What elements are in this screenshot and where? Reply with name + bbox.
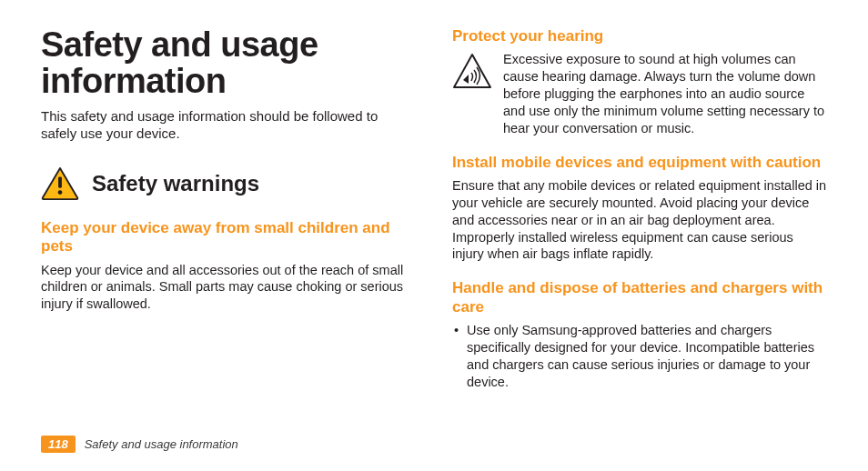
hearing-row: Excessive exposure to sound at high volu… (452, 51, 827, 136)
svg-rect-0 (58, 176, 62, 187)
subheading-batteries: Handle and dispose of batteries and char… (452, 279, 827, 316)
svg-point-1 (58, 190, 63, 195)
list-item: Use only Samsung-approved batteries and … (454, 322, 827, 390)
subheading-children-pets: Keep your device away from small childre… (41, 219, 416, 256)
block-children-pets: Keep your device away from small childre… (41, 219, 416, 313)
block-hearing: Protect your hearing Excessive exposure … (452, 27, 827, 137)
subheading-hearing: Protect your hearing (452, 27, 827, 45)
page-number-badge: 118 (41, 436, 76, 453)
section-heading-row: Safety warnings (41, 166, 416, 201)
warning-triangle-icon (41, 166, 79, 201)
footer-section-name: Safety and usage information (85, 437, 238, 451)
page-columns: Safety and usage information This safety… (41, 27, 827, 423)
right-column: Protect your hearing Excessive exposure … (452, 27, 827, 423)
left-column: Safety and usage information This safety… (41, 27, 416, 423)
block-install-caution: Install mobile devices and equipment wit… (452, 154, 827, 264)
page-footer: 118 Safety and usage information (41, 436, 238, 453)
block-batteries: Handle and dispose of batteries and char… (452, 279, 827, 390)
section-heading: Safety warnings (92, 171, 259, 196)
body-install: Ensure that any mobile devices or relate… (452, 177, 827, 263)
body-children-pets: Keep your device and all accessories out… (41, 262, 416, 314)
page-title: Safety and usage information (41, 27, 416, 100)
subheading-install: Install mobile devices and equipment wit… (452, 154, 827, 172)
batteries-list: Use only Samsung-approved batteries and … (452, 322, 827, 390)
hearing-warning-icon (452, 53, 492, 91)
intro-text: This safety and usage information should… (41, 107, 416, 143)
body-hearing: Excessive exposure to sound at high volu… (503, 51, 827, 136)
